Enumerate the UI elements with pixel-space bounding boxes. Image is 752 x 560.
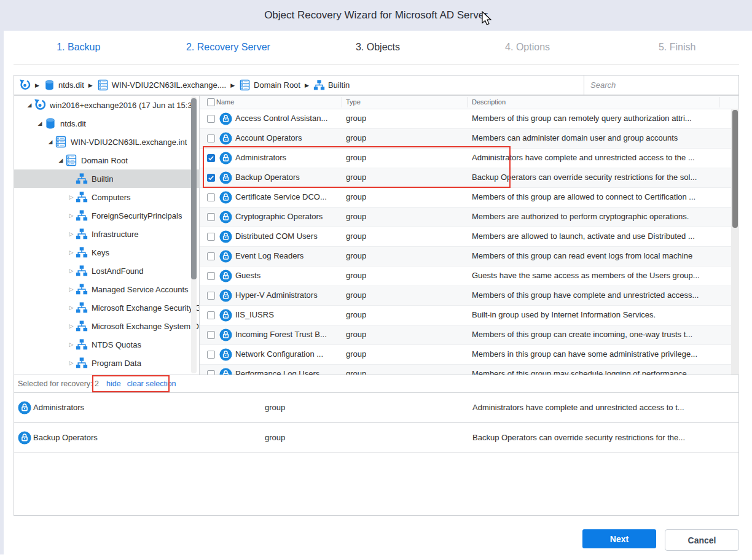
cell-description: Members of this group can read event log…	[472, 251, 718, 260]
next-button[interactable]: Next	[582, 529, 656, 548]
tree-expander-icon[interactable]: ◢	[25, 96, 34, 114]
tree-item-microsoft-exchange-security-g[interactable]: ▷ Microsoft Exchange Security G	[14, 298, 199, 317]
cell-type: group	[346, 192, 366, 201]
table-scrollbar-thumb[interactable]	[732, 110, 738, 228]
tree-item-computers[interactable]: ▷ Computers	[14, 188, 199, 206]
breadcrumb-item-restore-point[interactable]	[19, 79, 31, 91]
wizard-step-1[interactable]: 1. Backup	[4, 42, 154, 53]
table-row-account-operators[interactable]: Account OperatorsgroupMembers can admini…	[200, 129, 738, 149]
wizard-step-5[interactable]: 5. Finish	[602, 42, 752, 53]
table-row-cryptographic-operators[interactable]: Cryptographic OperatorsgroupMembers are …	[200, 208, 738, 227]
table-row-event-log-readers[interactable]: Event Log ReadersgroupMembers of this gr…	[200, 247, 738, 266]
row-checkbox[interactable]	[207, 233, 215, 241]
wizard-step-4[interactable]: 4. Options	[453, 42, 603, 53]
ou-icon	[76, 320, 88, 332]
breadcrumb-item-domain-root[interactable]: Domain Root	[239, 79, 300, 91]
tree-item-microsoft-exchange-system-ol[interactable]: ▷ Microsoft Exchange System Ol	[14, 317, 199, 335]
tree-expander-icon[interactable]: ◢	[57, 151, 65, 169]
tree-item-win2016-exchange2016-17-jun-at-15-3[interactable]: ◢ win2016+exchange2016 (17 Jun at 15:3	[14, 96, 199, 114]
cancel-button[interactable]: Cancel	[665, 529, 739, 551]
tree-expander-icon[interactable]: ▷	[67, 354, 76, 372]
breadcrumb-item-builtin[interactable]: Builtin	[313, 79, 350, 91]
group-icon	[219, 329, 232, 341]
table-row-distributed-com-users[interactable]: Distributed COM UsersgroupMembers are al…	[200, 227, 738, 247]
table-row-access-control-assistan[interactable]: Access Control Assistan...groupMembers o…	[200, 109, 738, 129]
table-row-network-configuration[interactable]: Network Configuration ...groupMembers in…	[200, 345, 738, 365]
row-checkbox[interactable]	[207, 213, 215, 221]
tree-item-lostandfound[interactable]: ▷ LostAndFound	[14, 262, 199, 280]
tree-item-program-data[interactable]: ▷ Program Data	[14, 354, 199, 372]
column-header-type[interactable]: Type	[346, 98, 361, 106]
row-checkbox[interactable]	[207, 134, 215, 142]
search-input[interactable]	[584, 76, 738, 95]
group-icon	[219, 250, 232, 263]
cell-name: Administrators	[235, 153, 340, 162]
selected-row-backup-operators[interactable]: Backup OperatorsgroupBackup Operators ca…	[14, 423, 738, 453]
check-icon	[208, 174, 214, 181]
tree-item-win-vdiu2cn63il-exchange-int[interactable]: ◢ WIN-VDIU2CN63IL.exchange.int	[14, 133, 199, 151]
selected-description: Administrators have complete and unrestr…	[472, 403, 684, 412]
breadcrumb-item-ntds-dit[interactable]: ntds.dit	[44, 79, 84, 91]
row-checkbox[interactable]	[207, 115, 215, 123]
tree-expander-icon[interactable]: ◢	[46, 133, 55, 151]
clear-selection-link[interactable]: clear selection	[127, 379, 176, 388]
column-header-description[interactable]: Description	[472, 98, 506, 106]
table-row-iis-iusrs[interactable]: IIS_IUSRSgroupBuilt-in group used by Int…	[200, 306, 738, 325]
table-row-backup-operators[interactable]: Backup OperatorsgroupBackup Operators ca…	[200, 168, 738, 188]
tree-expander-icon[interactable]: ▷	[67, 206, 76, 225]
row-checkbox[interactable]	[207, 252, 215, 260]
row-checkbox[interactable]	[207, 370, 215, 375]
tree-item-ntds-dit[interactable]: ◢ ntds.dit	[14, 114, 199, 133]
table-row-administrators[interactable]: AdministratorsgroupAdministrators have c…	[200, 149, 738, 168]
hide-link[interactable]: hide	[106, 379, 121, 388]
tree-expander-icon[interactable]: ▷	[67, 317, 76, 335]
tree-scrollbar-thumb[interactable]	[191, 98, 197, 279]
tree-item-domain-root[interactable]: ◢ Domain Root	[14, 151, 199, 169]
row-checkbox[interactable]	[207, 351, 215, 359]
row-checkbox[interactable]	[207, 272, 215, 280]
row-checkbox[interactable]	[207, 311, 215, 319]
tree-expander-icon[interactable]: ▷	[67, 335, 76, 354]
tree-item-managed-service-accounts[interactable]: ▷ Managed Service Accounts	[14, 280, 199, 298]
ou-icon	[76, 283, 88, 295]
cell-type: group	[346, 369, 366, 375]
row-checkbox[interactable]	[207, 331, 215, 339]
table-row-performance-log-users[interactable]: Performance Log UsersgroupMembers of thi…	[200, 365, 738, 375]
tree-item-keys[interactable]: ▷ Keys	[14, 243, 199, 262]
tree-item-label: NTDS Quotas	[92, 340, 141, 349]
selected-row-administrators[interactable]: AdministratorsgroupAdministrators have c…	[14, 393, 738, 423]
column-header-name[interactable]: Name	[216, 98, 234, 106]
row-checkbox[interactable]	[207, 154, 215, 162]
tree-expander-icon[interactable]: ▷	[67, 225, 76, 243]
tree-expander-icon[interactable]: ▷	[67, 298, 76, 317]
table-row-certificate-service-dco[interactable]: Certificate Service DCO...groupMembers o…	[200, 188, 738, 208]
tree-item-builtin[interactable]: Builtin	[14, 169, 199, 188]
cell-type: group	[346, 173, 366, 182]
server-icon	[55, 136, 67, 148]
breadcrumb-item-win-vdiu2cn63il-exchange[interactable]: WIN-VDIU2CN63IL.exchange....	[97, 79, 226, 91]
tree-expander-icon[interactable]: ▷	[67, 280, 76, 298]
row-checkbox[interactable]	[207, 193, 215, 201]
tree-expander-icon[interactable]: ▷	[67, 262, 76, 280]
table-row-incoming-forest-trust-b[interactable]: Incoming Forest Trust B...groupMembers o…	[200, 325, 738, 345]
group-icon	[219, 368, 232, 375]
cell-type: group	[346, 330, 366, 339]
tree-item-ntds-quotas[interactable]: ▷ NTDS Quotas	[14, 335, 199, 354]
cell-type: group	[346, 271, 366, 280]
ou-icon	[76, 265, 88, 277]
database-icon	[44, 79, 55, 91]
tree-item-foreignsecurityprincipals[interactable]: ▷ ForeignSecurityPrincipals	[14, 206, 199, 225]
tree-expander-icon[interactable]: ◢	[36, 114, 44, 133]
table-row-hyper-v-administrators[interactable]: Hyper-V AdministratorsgroupMembers of th…	[200, 286, 738, 306]
select-all-checkbox[interactable]	[207, 98, 215, 106]
table-row-guests[interactable]: GuestsgroupGuests have the same access a…	[200, 266, 738, 286]
cell-description: Members in this group can have some admi…	[472, 349, 718, 359]
tree-item-infrastructure[interactable]: ▷ Infrastructure	[14, 225, 199, 243]
wizard-step-3[interactable]: 3. Objects	[303, 42, 453, 53]
tree-expander-icon[interactable]: ▷	[67, 188, 76, 206]
wizard-step-2[interactable]: 2. Recovery Server	[154, 42, 304, 53]
cell-type: group	[346, 133, 366, 142]
row-checkbox[interactable]	[207, 292, 215, 300]
row-checkbox[interactable]	[207, 174, 215, 182]
tree-expander-icon[interactable]: ▷	[67, 243, 76, 262]
